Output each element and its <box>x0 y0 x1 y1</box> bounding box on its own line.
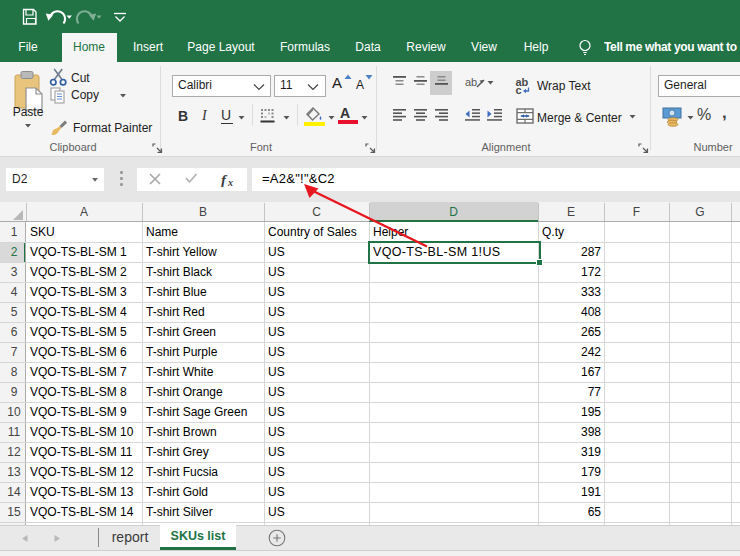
svg-text:c: c <box>516 84 522 95</box>
svg-text:x: x <box>227 177 233 188</box>
svg-text:f: f <box>221 172 228 187</box>
svg-text:ab: ab <box>465 76 477 88</box>
